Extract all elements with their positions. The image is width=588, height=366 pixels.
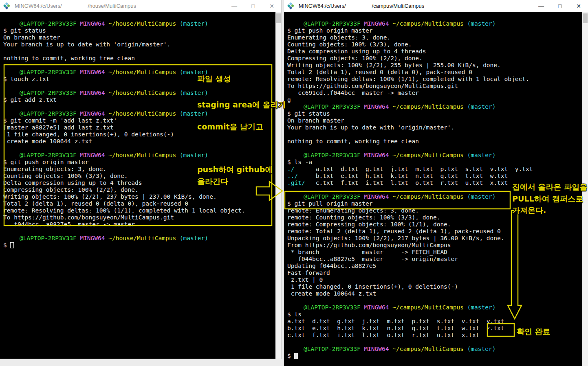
terminal-line: Writing objects: 100% (2/2), 255 bytes |…	[287, 62, 582, 69]
mingw64-app-icon	[287, 2, 295, 10]
terminal-line: @LAPTOP-2RP3V33F MINGW64 ~/campus/MultiC…	[287, 346, 582, 353]
right-scrollbar-thumb[interactable]	[583, 13, 588, 23]
minimize-button[interactable]: —	[225, 0, 244, 12]
terminal-line: @LAPTOP-2RP3V33F MINGW64 ~/house/MultiCa…	[3, 152, 275, 159]
terminal-line: @LAPTOP-2RP3V33F MINGW64 ~/house/MultiCa…	[3, 90, 275, 96]
redacted-username	[287, 105, 304, 110]
terminal-line: Delta compression using up to 4 threads	[3, 180, 275, 186]
terminal-line	[287, 297, 582, 304]
redacted-username	[287, 153, 304, 158]
title-prefix: MINGW64:/c/Users/	[15, 3, 62, 9]
terminal-line: On branch master	[287, 117, 582, 124]
annotation-label: 가져온다.	[512, 205, 546, 216]
terminal-line	[3, 48, 275, 55]
terminal-line: Compressing objects: 100% (2/2), done.	[287, 55, 582, 62]
terminal-line: $ ls	[287, 311, 582, 318]
terminal-cursor	[294, 353, 298, 359]
terminal-line	[3, 228, 275, 235]
terminal-line: $ git status	[3, 27, 275, 34]
terminal-line: Fast-forward	[287, 270, 582, 276]
terminal-line: $ ls -a	[287, 159, 582, 166]
terminal-line	[3, 83, 275, 90]
annotation-label: commit을 남기고	[197, 122, 263, 132]
terminal-line	[3, 62, 275, 69]
annotation-label: staging area에 올리기	[197, 100, 286, 110]
redacted-username	[287, 22, 304, 27]
terminal-line: z.txt | 0	[287, 276, 582, 283]
annotation-label: 집에서 올라온 파일을	[512, 182, 587, 193]
terminal-line: 1 file changed, 0 insertions(+), 0 delet…	[287, 283, 582, 290]
window-controls: — □ ✕	[225, 0, 281, 12]
terminal-line: To https://github.com/bongsuyeon/MultiCa…	[3, 214, 275, 221]
terminal-line: Unpacking objects: 100% (2/2), 217 bytes…	[287, 235, 582, 242]
window-controls: — □ ✕	[532, 0, 588, 12]
terminal-line: ./ a.txt d.txt g.txt j.txt m.txt p.txt s…	[287, 166, 582, 173]
terminal-line: @LAPTOP-2RP3V33F MINGW64 ~/campus/MultiC…	[287, 20, 582, 27]
terminal-line: Writing objects: 100% (2/2), 237 bytes |…	[3, 193, 275, 200]
terminal-line: Compressing objects: 100% (2/2), done.	[3, 186, 275, 193]
terminal-line: @LAPTOP-2RP3V33F MINGW64 ~/house/MultiCa…	[3, 20, 275, 27]
terminal-line: cc691cd..f044bcc master -> master	[287, 90, 582, 96]
terminal-line: To https://github.com/bongsuyeon/MultiCa…	[287, 83, 582, 90]
left-terminal-output[interactable]: @LAPTOP-2RP3V33F MINGW64 ~/house/MultiCa…	[0, 12, 275, 359]
terminal-line: f044bcc..a8827e5 master -> master	[3, 221, 275, 228]
annotation-label: 올라간다	[197, 176, 228, 187]
terminal-line: Enumerating objects: 3, done.	[287, 34, 582, 41]
terminal-line: @LAPTOP-2RP3V33F MINGW64 ~/house/MultiCa…	[3, 69, 275, 76]
terminal-line: @LAPTOP-2RP3V33F MINGW64 ~/campus/MultiC…	[287, 152, 582, 159]
terminal-line	[287, 339, 582, 346]
close-button[interactable]: ✕	[569, 0, 588, 12]
redacted-username	[3, 22, 20, 27]
title-prefix: MINGW64:/c/Users/	[299, 3, 346, 9]
maximize-button[interactable]: □	[551, 0, 569, 12]
terminal-line: nothing to commit, working tree clean	[3, 55, 275, 62]
terminal-line: Counting objects: 100% (3/3), done.	[287, 41, 582, 48]
terminal-line: @LAPTOP-2RP3V33F MINGW64 ~/campus/MultiC…	[287, 103, 582, 110]
terminal-line: $ git status	[287, 110, 582, 117]
title-suffix: /campus/MultiCampus	[372, 3, 425, 9]
terminal-line: From https://github.com/bongsuyeon/Multi…	[287, 242, 582, 249]
terminal-line: ../ b.txt e.txt h.txt k.txt n.txt q.txt …	[287, 173, 582, 180]
redacted-title-username	[346, 4, 372, 9]
terminal-line: create mode 100644 z.txt	[287, 290, 582, 297]
terminal-line: $	[3, 242, 275, 249]
terminal-line: @LAPTOP-2RP3V33F MINGW64 ~/house/MultiCa…	[3, 235, 275, 242]
terminal-line: Delta compression using up to 4 threads	[287, 48, 582, 55]
terminal-cursor	[10, 242, 14, 248]
redacted-username	[3, 153, 20, 158]
minimize-button[interactable]: —	[532, 0, 551, 12]
terminal-line: Your branch is up to date with 'origin/m…	[287, 124, 582, 131]
left-scrollbar[interactable]	[275, 12, 281, 359]
redacted-username	[3, 236, 20, 241]
redacted-username	[287, 195, 304, 200]
terminal-line: @LAPTOP-2RP3V33F MINGW64 ~/campus/MultiC…	[287, 304, 582, 311]
close-button[interactable]: ✕	[262, 0, 281, 12]
terminal-line: * branch master -> FETCH_HEAD	[287, 249, 582, 256]
terminal-line: Updating f044bcc..a8827e5	[287, 263, 582, 270]
right-title-bar[interactable]: MINGW64:/c/Users//campus/MultiCampus — □…	[284, 0, 588, 12]
terminal-line: $ git push origin master	[287, 27, 582, 34]
terminal-line: Your branch is up to date with 'origin/m…	[3, 41, 275, 48]
terminal-line: Total 2 (delta 1), reused 0 (delta 0), p…	[3, 200, 275, 207]
terminal-line: remote: Resolving deltas: 100% (1/1), co…	[287, 76, 582, 83]
terminal-line: On branch master	[3, 34, 275, 41]
terminal-line: f044bcc..a8827e5 master -> origin/master	[287, 256, 582, 263]
terminal-line	[3, 145, 275, 152]
redacted-username	[3, 112, 20, 117]
redacted-username	[287, 305, 304, 311]
terminal-line	[287, 131, 582, 138]
title-suffix: /house/MultiCampus	[88, 3, 137, 9]
window-title: MINGW64:/c/Users//house/MultiCampus	[15, 3, 136, 9]
annotation-label: 확인 완료	[517, 327, 551, 337]
left-scrollbar-thumb[interactable]	[276, 13, 281, 23]
terminal-line: $ touch z.txt	[3, 76, 275, 83]
annotation-label: 파일 생성	[197, 74, 231, 84]
terminal-line: Total 2 (delta 1), reused 0 (delta 0), p…	[287, 69, 582, 76]
left-title-bar[interactable]: MINGW64:/c/Users//house/MultiCampus — □ …	[0, 0, 281, 12]
terminal-line: a.txt d.txt g.txt j.txt m.txt p.txt s.tx…	[287, 318, 582, 325]
maximize-button[interactable]: □	[244, 0, 262, 12]
terminal-line: nothing to commit, working tree clean	[287, 138, 582, 145]
redacted-username	[3, 70, 20, 75]
terminal-line: remote: Resolving deltas: 100% (1/1), co…	[3, 207, 275, 214]
window-title: MINGW64:/c/Users//campus/MultiCampus	[299, 3, 424, 9]
